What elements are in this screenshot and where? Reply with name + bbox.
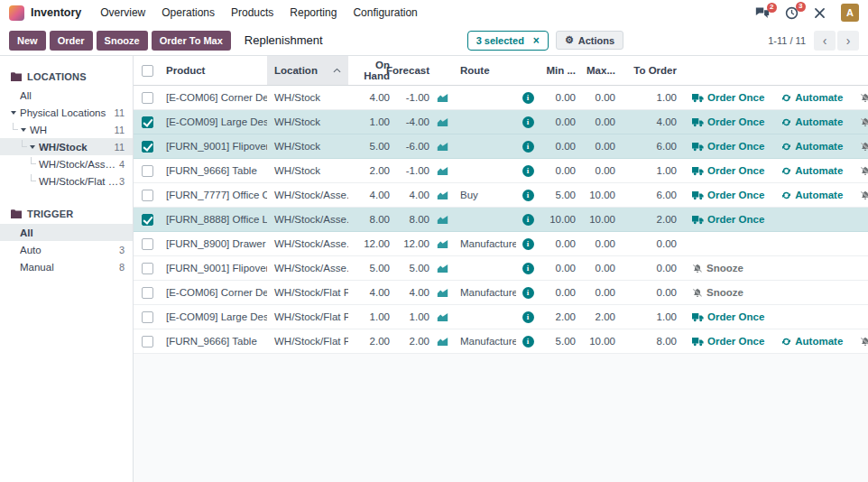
table-row[interactable]: [E-COM09] Large DeskWH/Stock/Flat P...1.…	[134, 305, 868, 329]
sidebar-item-wh-stock[interactable]: WH/Stock11	[0, 138, 133, 155]
row-checkbox[interactable]	[142, 92, 153, 104]
table-row[interactable]: [FURN_8900] Drawer BlackWH/Stock/Asse...…	[134, 232, 868, 256]
row-checkbox[interactable]	[142, 336, 153, 348]
on-hand-cell: 8.00	[348, 214, 390, 225]
order-once-button[interactable]: Order Once	[692, 336, 764, 347]
snooze-button[interactable]: Snooze	[860, 141, 868, 152]
row-checkbox[interactable]	[142, 141, 153, 153]
messages-icon[interactable]: 2	[755, 7, 770, 19]
row-checkbox[interactable]	[142, 287, 153, 299]
table-row[interactable]: [E-COM06] Corner Desk ...WH/Stock4.00-1.…	[134, 86, 868, 110]
row-checkbox[interactable]	[142, 311, 153, 323]
table-row[interactable]: [FURN_7777] Office ChairWH/Stock/Asse...…	[134, 183, 868, 208]
sidebar-item-all[interactable]: All	[0, 87, 133, 104]
activities-icon[interactable]: 3	[785, 6, 799, 20]
table-row[interactable]: [E-COM09] Large DeskWH/Stock1.00-4.00i0.…	[134, 110, 868, 134]
forecast-cell: 5.00	[390, 263, 429, 273]
menu-overview[interactable]: Overview	[92, 0, 153, 25]
info-circle-icon[interactable]: i	[522, 287, 534, 299]
app-name[interactable]: Inventory	[31, 6, 81, 19]
row-checkbox[interactable]	[142, 165, 153, 177]
header-min[interactable]: Min ...	[540, 56, 576, 85]
header-location[interactable]: Location	[267, 56, 348, 85]
snooze-button[interactable]: Snooze	[860, 92, 868, 103]
row-checkbox[interactable]	[142, 238, 153, 250]
row-actions-cell: Order OnceAutomateSnooze	[679, 165, 868, 176]
automate-button[interactable]: Automate	[781, 141, 843, 152]
table-row[interactable]: [FURN_9666] TableWH/Stock2.00-1.00i0.000…	[134, 159, 868, 183]
info-circle-icon[interactable]: i	[522, 214, 534, 226]
tools-icon[interactable]	[814, 7, 826, 19]
order-once-button[interactable]: Order Once	[692, 165, 764, 176]
info-circle-icon[interactable]: i	[522, 165, 534, 177]
automate-label: Automate	[795, 116, 843, 127]
row-checkbox[interactable]	[142, 190, 153, 201]
info-circle-icon[interactable]: i	[522, 190, 534, 201]
avatar[interactable]: A	[841, 4, 859, 22]
menu-products[interactable]: Products	[223, 0, 282, 25]
snooze-button[interactable]: Snooze	[860, 336, 868, 347]
pager-prev-button[interactable]: ‹	[814, 31, 836, 51]
menu-reporting[interactable]: Reporting	[282, 0, 345, 25]
snooze-button[interactable]: Snooze	[860, 190, 868, 200]
table-row[interactable]: [FURN_9001] FlipoverWH/Stock/Asse...5.00…	[134, 256, 868, 281]
order-once-button[interactable]: Order Once	[692, 92, 764, 103]
snooze-button[interactable]: Snooze	[692, 287, 743, 298]
table-row[interactable]: [FURN_9001] FlipoverWH/Stock5.00-6.00i0.…	[134, 134, 868, 159]
snooze-button[interactable]: Snooze	[97, 31, 148, 51]
header-forecast[interactable]: Forecast	[390, 56, 429, 85]
order-once-button[interactable]: Order Once	[692, 190, 764, 200]
header-to-order[interactable]: To Order	[615, 56, 679, 85]
automate-button[interactable]: Automate	[781, 190, 843, 200]
sidebar-item-wh-stock-asse[interactable]: WH/Stock/Asse...4	[0, 155, 133, 172]
info-circle-icon[interactable]: i	[522, 141, 534, 153]
order-to-max-button[interactable]: Order To Max	[152, 31, 231, 51]
order-once-button[interactable]: Order Once	[692, 116, 764, 127]
menu-configuration[interactable]: Configuration	[345, 0, 425, 25]
inventory-app-icon[interactable]	[9, 5, 24, 21]
checkbox-cell	[134, 238, 161, 250]
info-circle-icon[interactable]: i	[522, 116, 534, 128]
header-product[interactable]: Product	[161, 56, 267, 85]
sidebar-item-wh-stock-flat-p[interactable]: WH/Stock/Flat P...3	[0, 172, 133, 190]
clear-selection-icon[interactable]: ×	[533, 35, 540, 46]
automate-button[interactable]: Automate	[781, 92, 843, 103]
info-circle-icon[interactable]: i	[522, 263, 534, 274]
header-on-hand[interactable]: On Hand	[348, 56, 390, 85]
order-once-button[interactable]: Order Once	[692, 311, 764, 322]
sidebar-item-wh[interactable]: WH11	[0, 121, 133, 138]
min-qty-cell: 0.00	[540, 92, 576, 103]
automate-button[interactable]: Automate	[781, 336, 843, 347]
select-all-checkbox[interactable]	[142, 65, 153, 77]
info-circle-icon[interactable]: i	[522, 311, 534, 323]
new-button[interactable]: New	[9, 31, 46, 51]
menu-operations[interactable]: Operations	[153, 0, 223, 25]
trigger-item-all[interactable]: All	[0, 224, 133, 241]
order-button[interactable]: Order	[50, 31, 93, 51]
order-once-button[interactable]: Order Once	[692, 214, 764, 225]
table-row[interactable]: [FURN_9666] TableWH/Stock/Flat P...2.002…	[134, 329, 868, 354]
info-circle-icon[interactable]: i	[522, 92, 534, 104]
actions-button[interactable]: ⚙ Actions	[556, 31, 623, 50]
row-checkbox[interactable]	[142, 214, 153, 226]
automate-button[interactable]: Automate	[781, 165, 843, 176]
info-circle-icon[interactable]: i	[522, 336, 534, 348]
table-row[interactable]: [E-COM06] Corner Desk ...WH/Stock/Flat P…	[134, 281, 868, 305]
table-row[interactable]: [FURN_8888] Office LampWH/Stock/Asse...8…	[134, 208, 868, 232]
snooze-button[interactable]: Snooze	[860, 165, 868, 176]
row-checkbox[interactable]	[142, 116, 153, 128]
sidebar-item-physical-locations[interactable]: Physical Locations11	[0, 104, 133, 121]
header-max[interactable]: Max...	[576, 56, 615, 85]
row-checkbox[interactable]	[142, 263, 153, 274]
automate-button[interactable]: Automate	[781, 116, 843, 127]
pager-next-button[interactable]: ›	[837, 31, 859, 51]
order-once-button[interactable]: Order Once	[692, 141, 764, 152]
trigger-item-manual[interactable]: Manual8	[0, 258, 133, 275]
trigger-item-auto[interactable]: Auto3	[0, 241, 133, 258]
order-once-label: Order Once	[707, 92, 764, 103]
snooze-button[interactable]: Snooze	[692, 263, 743, 273]
info-circle-icon[interactable]: i	[522, 238, 534, 250]
nav-menus: OverviewOperationsProductsReportingConfi…	[92, 0, 426, 25]
snooze-button[interactable]: Snooze	[860, 116, 868, 127]
header-route[interactable]: Route	[455, 56, 516, 85]
